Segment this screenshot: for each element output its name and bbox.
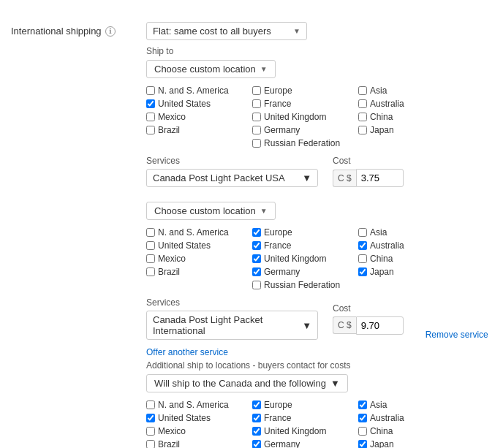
location-label: Europe xyxy=(264,86,292,96)
location-col1-block1: N. and S. America United States Mexico xyxy=(146,84,252,150)
locations-grid-1: N. and S. America United States Mexico xyxy=(146,84,492,150)
info-icon[interactable]: ℹ xyxy=(105,26,116,37)
checkbox-australia-3[interactable] xyxy=(358,414,367,422)
checkbox-france-3[interactable] xyxy=(252,414,261,422)
checkbox-n-s-america-3[interactable] xyxy=(146,400,155,409)
checkbox-japan-1[interactable] xyxy=(358,126,367,134)
list-item: Germany xyxy=(252,438,358,448)
shipping-block-2: Choose custom location ▼ N. and S. Ameri… xyxy=(146,202,492,340)
location-col3-block1: Asia Australia China Japan xyxy=(358,84,446,150)
location-label: United Kingdom xyxy=(264,254,326,264)
services-cost-row-2: Services Canada Post Light Packet Intern… xyxy=(146,297,492,340)
location-label: Australia xyxy=(370,413,404,423)
list-item: China xyxy=(358,252,446,265)
custom-location-btn-1[interactable]: Choose custom location ▼ xyxy=(146,60,276,78)
checkbox-mexico-1[interactable] xyxy=(146,113,155,121)
location-col1-block2: N. and S. America United States Mexico xyxy=(146,226,252,292)
checkbox-france-2[interactable] xyxy=(252,241,261,250)
intl-shipping-label: International shipping xyxy=(11,26,102,37)
service-dropdown-1[interactable]: Canada Post Light Packet USA ▼ xyxy=(146,169,318,187)
custom-location-arrow-1: ▼ xyxy=(260,65,268,73)
checkbox-uk-3[interactable] xyxy=(252,427,261,436)
list-item: Germany xyxy=(252,265,358,278)
location-label: United States xyxy=(158,240,211,251)
custom-location-text-1: Choose custom location xyxy=(154,64,256,75)
location-label: Mexico xyxy=(158,254,186,264)
checkbox-china-2[interactable] xyxy=(358,254,367,263)
checkbox-brazil-3[interactable] xyxy=(146,440,155,448)
checkbox-europe-3[interactable] xyxy=(252,400,261,409)
checkbox-brazil-1[interactable] xyxy=(146,126,155,134)
checkbox-europe-1[interactable] xyxy=(252,86,261,95)
location-label: France xyxy=(264,99,291,109)
checkbox-mexico-2[interactable] xyxy=(146,254,155,263)
checkbox-asia-1[interactable] xyxy=(358,86,367,95)
checkbox-russia-1[interactable] xyxy=(252,139,261,148)
checkbox-n-s-america-1[interactable] xyxy=(146,86,155,95)
location-label: Australia xyxy=(370,240,404,251)
checkbox-germany-3[interactable] xyxy=(252,440,261,448)
location-label: Europe xyxy=(264,400,292,410)
list-item: Japan xyxy=(358,124,446,137)
will-ship-text: Will ship to the Canada and the followin… xyxy=(154,378,326,389)
service-dropdown-2[interactable]: Canada Post Light Packet International ▼ xyxy=(146,311,318,340)
checkbox-brazil-2[interactable] xyxy=(146,267,155,276)
custom-location-btn-2[interactable]: Choose custom location ▼ xyxy=(146,202,276,220)
checkbox-united-states-3[interactable] xyxy=(146,414,155,422)
list-item: France xyxy=(252,411,358,425)
checkbox-n-s-america-2[interactable] xyxy=(146,228,155,237)
checkbox-china-3[interactable] xyxy=(358,427,367,436)
list-item: Asia xyxy=(358,226,446,239)
list-item: Japan xyxy=(358,438,446,448)
services-label-1: Services xyxy=(146,156,318,166)
cost-group-1: Cost C $ xyxy=(333,156,404,187)
flat-rate-dropdown[interactable]: Flat: same cost to all buyers ▼ xyxy=(146,22,307,40)
checkbox-uk-2[interactable] xyxy=(252,254,261,263)
location-col1-block3: N. and S. America United States Mexico xyxy=(146,398,252,448)
location-col2-block3: Europe France United Kingdom German xyxy=(252,398,358,448)
location-label: United Kingdom xyxy=(264,426,326,436)
flat-rate-label: Flat: same cost to all buyers xyxy=(153,26,271,37)
flat-rate-arrow: ▼ xyxy=(293,27,300,35)
location-col3-block3: Asia Australia China Japan xyxy=(358,398,446,448)
checkbox-australia-1[interactable] xyxy=(358,99,367,108)
location-label: Germany xyxy=(264,267,300,277)
checkbox-uk-1[interactable] xyxy=(252,113,261,121)
checkbox-asia-3[interactable] xyxy=(358,400,367,409)
list-item: Japan xyxy=(358,265,446,278)
remove-service-link[interactable]: Remove service xyxy=(426,330,488,340)
checkbox-japan-2[interactable] xyxy=(358,267,367,276)
list-item: United States xyxy=(146,411,252,425)
checkbox-china-1[interactable] xyxy=(358,113,367,121)
checkbox-japan-3[interactable] xyxy=(358,440,367,448)
section-label: International shipping ℹ xyxy=(11,22,146,37)
checkbox-mexico-3[interactable] xyxy=(146,427,155,436)
service-group-1: Services Canada Post Light Packet USA ▼ xyxy=(146,156,318,187)
list-item: Europe xyxy=(252,226,358,239)
checkbox-france-1[interactable] xyxy=(252,99,261,108)
location-label: China xyxy=(370,254,393,264)
location-label: Brazil xyxy=(158,439,180,448)
ship-to-label-1: Ship to xyxy=(146,46,492,56)
checkbox-germany-1[interactable] xyxy=(252,126,261,134)
cost-input-2[interactable] xyxy=(356,316,404,335)
custom-location-text-2: Choose custom location xyxy=(154,205,256,216)
offer-another-service-link[interactable]: Offer another service xyxy=(146,347,492,357)
checkbox-australia-2[interactable] xyxy=(358,241,367,250)
cost-input-1[interactable] xyxy=(356,169,404,187)
will-ship-btn[interactable]: Will ship to the Canada and the followin… xyxy=(146,374,348,392)
checkbox-united-states-1[interactable] xyxy=(146,99,155,108)
location-label: Germany xyxy=(264,125,300,135)
location-label: Asia xyxy=(370,86,387,96)
location-label: Japan xyxy=(370,439,394,448)
location-label: N. and S. America xyxy=(158,227,229,238)
services-label-2: Services xyxy=(146,297,318,308)
location-label: United States xyxy=(158,99,211,109)
list-item: Russian Federation xyxy=(252,137,358,150)
checkbox-russia-2[interactable] xyxy=(252,281,261,289)
checkbox-asia-2[interactable] xyxy=(358,228,367,237)
checkbox-europe-2[interactable] xyxy=(252,228,261,237)
checkbox-united-states-2[interactable] xyxy=(146,241,155,250)
list-item: Mexico xyxy=(146,110,252,124)
checkbox-germany-2[interactable] xyxy=(252,267,261,276)
